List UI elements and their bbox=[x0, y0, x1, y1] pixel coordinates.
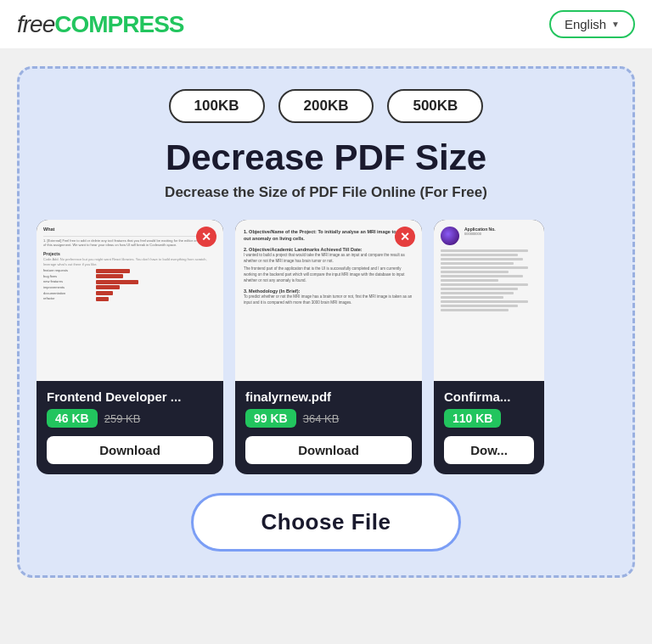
close-card-2-button[interactable]: ✕ bbox=[395, 227, 415, 247]
main-content: 100KB 200KB 500KB Decrease PDF Size Decr… bbox=[0, 49, 652, 595]
card-3-sizes: 110 KB bbox=[444, 409, 534, 428]
choose-file-button[interactable]: Choose File bbox=[191, 493, 462, 552]
card-3-info: Confirma... 110 KB Dow... bbox=[434, 381, 544, 474]
size-presets: 100KB 200KB 500KB bbox=[37, 89, 615, 123]
pdf-cards-row: What 1. [External] Feel free to add or d… bbox=[37, 220, 615, 474]
card-1-sizes: 46 KB 259 KB bbox=[47, 409, 213, 428]
download-card-3-button[interactable]: Dow... bbox=[444, 436, 534, 464]
language-label: English bbox=[565, 17, 606, 31]
logo-compress-text: COMPRESS bbox=[54, 11, 183, 37]
card-3-filename: Confirma... bbox=[444, 389, 534, 404]
pdf-card-1: What 1. [External] Feel free to add or d… bbox=[37, 220, 223, 474]
pdf-card-3: Application No. 000000000 bbox=[434, 220, 544, 474]
card-2-info: finalyrnew.pdf 99 KB 364 KB Download bbox=[235, 381, 422, 474]
card-3-logo-icon bbox=[441, 227, 459, 245]
download-card-2-button[interactable]: Download bbox=[245, 436, 412, 464]
size-100kb-button[interactable]: 100KB bbox=[169, 89, 265, 123]
card-1-filename: Frontend Developer ... bbox=[47, 389, 213, 404]
card-1-size-old: 259 KB bbox=[104, 412, 141, 425]
card-1-preview: What 1. [External] Feel free to add or d… bbox=[37, 220, 223, 381]
language-button[interactable]: English ▼ bbox=[549, 10, 635, 38]
pdf-card-2: 1. Objective/Name of the Project: To ini… bbox=[235, 220, 422, 474]
logo: freeCOMPRESS bbox=[17, 11, 184, 38]
close-card-1-button[interactable]: ✕ bbox=[196, 227, 216, 247]
size-200kb-button[interactable]: 200KB bbox=[278, 89, 374, 123]
page-subtitle: Decrease the Size of PDF File Online (Fo… bbox=[37, 184, 615, 201]
card-3-size-new: 110 KB bbox=[444, 409, 501, 428]
card-3-preview: Application No. 000000000 bbox=[434, 220, 544, 381]
card-2-size-old: 364 KB bbox=[303, 412, 340, 425]
card-2-size-new: 99 KB bbox=[245, 409, 296, 428]
size-500kb-button[interactable]: 500KB bbox=[387, 89, 483, 123]
card-1-info: Frontend Developer ... 46 KB 259 KB Down… bbox=[37, 381, 223, 474]
logo-free-text: free bbox=[17, 11, 54, 37]
card-1-size-new: 46 KB bbox=[47, 409, 98, 428]
choose-file-wrapper: Choose File bbox=[37, 493, 615, 552]
chevron-down-icon: ▼ bbox=[611, 20, 620, 29]
download-card-1-button[interactable]: Download bbox=[47, 436, 213, 464]
page-title: Decrease PDF Size bbox=[37, 138, 615, 177]
card-2-filename: finalyrnew.pdf bbox=[245, 389, 412, 404]
header: freeCOMPRESS English ▼ bbox=[0, 0, 652, 49]
dashed-container: 100KB 200KB 500KB Decrease PDF Size Decr… bbox=[17, 66, 635, 578]
card-2-sizes: 99 KB 364 KB bbox=[245, 409, 412, 428]
card-2-preview: 1. Objective/Name of the Project: To ini… bbox=[235, 220, 422, 381]
